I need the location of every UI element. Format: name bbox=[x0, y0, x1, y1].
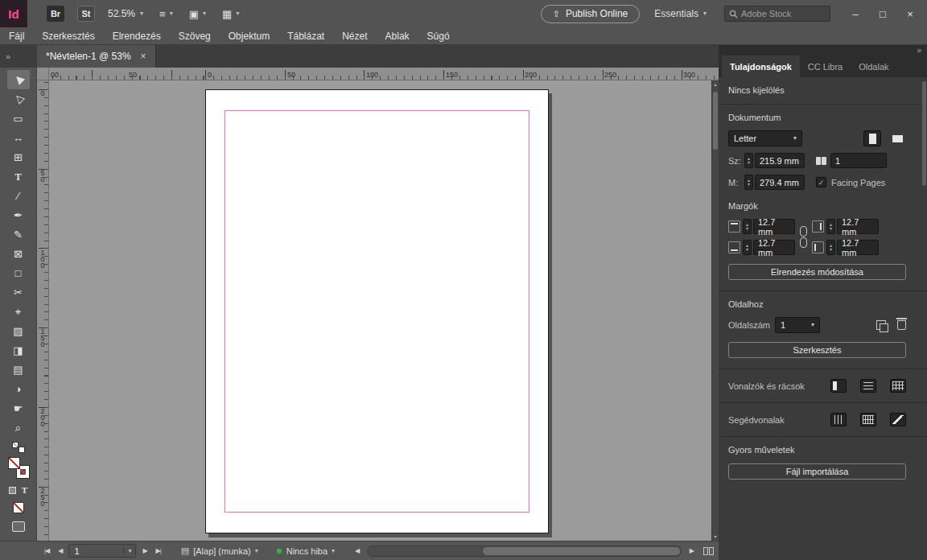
preflight-profile[interactable]: [Alap] (munka) bbox=[193, 546, 251, 556]
adobe-stock-search[interactable] bbox=[724, 6, 830, 22]
menu-table[interactable]: Táblázat bbox=[278, 27, 333, 44]
margin-inside-stepper[interactable]: ▴▾ bbox=[826, 219, 835, 234]
document-grid-icon[interactable] bbox=[890, 379, 906, 393]
minimize-button[interactable]: – bbox=[842, 4, 869, 23]
pasteboard[interactable] bbox=[49, 80, 711, 541]
toolbar-expand-icon[interactable]: » bbox=[6, 51, 10, 61]
panel-scrollbar[interactable] bbox=[922, 81, 926, 186]
formatting-affects-text-icon[interactable]: T bbox=[22, 485, 27, 495]
gap-tool[interactable]: ↔ bbox=[7, 128, 30, 147]
menu-type[interactable]: Szöveg bbox=[170, 27, 220, 44]
page-size-select[interactable]: Letter ▾ bbox=[728, 130, 802, 146]
bridge-button[interactable]: Br bbox=[47, 6, 64, 22]
free-transform-tool[interactable]: ⌖ bbox=[7, 302, 30, 321]
workspace-switcher[interactable]: Essentials ▾ bbox=[654, 8, 707, 19]
stepper-down-icon[interactable]: ▾ bbox=[830, 248, 832, 252]
last-page-button[interactable]: ▶| bbox=[154, 547, 163, 554]
page-number-dropdown[interactable]: 1 ▾ bbox=[68, 544, 136, 558]
margin-bottom-stepper[interactable]: ▴▾ bbox=[743, 240, 752, 255]
menu-file[interactable]: Fájl bbox=[0, 27, 33, 44]
vertical-ruler[interactable]: 0 5 0 1 0 0 1 5 0 2 0 0 2 5 0 bbox=[37, 80, 49, 541]
margin-outside-field[interactable]: 12.7 mm bbox=[837, 240, 879, 255]
tab-close-icon[interactable]: × bbox=[141, 51, 146, 62]
color-theme-tool[interactable]: ◑ bbox=[7, 379, 30, 398]
margin-top-stepper[interactable]: ▴▾ bbox=[743, 219, 752, 234]
apply-none-button[interactable] bbox=[13, 502, 24, 513]
first-page-button[interactable]: |◀ bbox=[42, 547, 52, 554]
ruler-origin-corner[interactable] bbox=[37, 68, 49, 80]
content-collector-tool[interactable]: ⊞ bbox=[7, 147, 30, 167]
landscape-orientation-button[interactable] bbox=[888, 130, 906, 146]
page-number-select[interactable]: 1 ▾ bbox=[775, 317, 820, 333]
stepper-down-icon[interactable]: ▾ bbox=[830, 227, 832, 231]
fill-swatch[interactable] bbox=[8, 457, 20, 469]
column-guides-icon[interactable] bbox=[860, 413, 876, 426]
stepper-down-icon[interactable]: ▾ bbox=[746, 227, 748, 231]
width-field[interactable]: 215.9 mm bbox=[755, 153, 805, 168]
stepper-down-icon[interactable]: ▾ bbox=[748, 183, 750, 187]
tab-pages[interactable]: Oldalak bbox=[851, 56, 896, 77]
horizontal-ruler[interactable]: 00 50 0 50 100 150 200 250 300 bbox=[49, 68, 719, 80]
rulers-icon[interactable] bbox=[830, 379, 847, 393]
zoom-tool[interactable]: ⌕ bbox=[7, 418, 30, 437]
portrait-orientation-button[interactable] bbox=[863, 130, 881, 146]
width-stepper[interactable]: ▴▾ bbox=[744, 153, 753, 168]
h-scroll-thumb[interactable] bbox=[483, 547, 680, 555]
view-options-dropdown[interactable]: ≡ ▾ bbox=[159, 9, 173, 19]
stepper-down-icon[interactable]: ▾ bbox=[746, 248, 748, 252]
margin-outside-stepper[interactable]: ▴▾ bbox=[826, 240, 835, 255]
menu-layout[interactable]: Elrendezés bbox=[104, 27, 170, 44]
menu-object[interactable]: Objektum bbox=[220, 27, 278, 44]
line-tool[interactable]: ∕ bbox=[7, 186, 30, 205]
pen-tool[interactable]: ✒ bbox=[7, 205, 30, 224]
hand-tool[interactable]: ☛ bbox=[7, 398, 30, 418]
note-tool[interactable]: ▤ bbox=[7, 360, 30, 379]
delete-page-icon[interactable] bbox=[897, 320, 906, 330]
pencil-tool[interactable]: ✎ bbox=[7, 224, 30, 244]
scroll-down-icon[interactable]: ▾ bbox=[712, 533, 719, 540]
maximize-button[interactable]: □ bbox=[869, 4, 896, 23]
margin-top-field[interactable]: 12.7 mm bbox=[753, 219, 795, 234]
zoom-level-dropdown[interactable]: 52.5% ▾ bbox=[108, 8, 143, 19]
tab-properties[interactable]: Tulajdonságok bbox=[722, 56, 800, 77]
type-tool[interactable]: T bbox=[7, 167, 30, 186]
v-scroll-thumb[interactable] bbox=[713, 92, 718, 150]
rectangle-tool[interactable]: □ bbox=[7, 263, 30, 282]
close-button[interactable]: × bbox=[896, 4, 924, 23]
scroll-up-icon[interactable]: ▴ bbox=[712, 81, 719, 88]
panel-expand-icon[interactable]: » bbox=[917, 46, 921, 55]
screen-mode-button[interactable] bbox=[12, 521, 25, 532]
margin-inside-field[interactable]: 12.7 mm bbox=[837, 219, 879, 234]
stock-button[interactable]: St bbox=[77, 6, 95, 22]
scissors-tool[interactable]: ✂ bbox=[7, 282, 30, 302]
scroll-right-button[interactable]: ▶ bbox=[687, 547, 696, 554]
link-margins-icon[interactable] bbox=[799, 226, 808, 248]
selection-tool[interactable]: ▶ bbox=[7, 70, 30, 89]
menu-edit[interactable]: Szerkesztés bbox=[33, 27, 103, 44]
pages-view-icon[interactable] bbox=[703, 547, 714, 555]
scroll-left-button[interactable]: ◀ bbox=[352, 547, 361, 554]
tab-cc-libraries[interactable]: CC Libra bbox=[800, 56, 851, 77]
smart-guides-icon[interactable] bbox=[890, 413, 906, 426]
horizontal-scrollbar[interactable] bbox=[367, 546, 682, 557]
stepper-down-icon[interactable]: ▾ bbox=[748, 161, 750, 165]
import-file-button[interactable]: Fájl importálása bbox=[728, 463, 906, 480]
document-page[interactable] bbox=[205, 89, 549, 533]
gradient-swatch-tool[interactable]: ▨ bbox=[7, 321, 30, 340]
document-tab[interactable]: *Névtelen-1 @ 53% × bbox=[37, 45, 156, 68]
formatting-affects-container-icon[interactable] bbox=[9, 487, 16, 494]
page-count-field[interactable]: 1 bbox=[830, 153, 887, 168]
vertical-scrollbar[interactable]: ▴ ▾ bbox=[711, 80, 719, 541]
publish-online-button[interactable]: ⇧ Publish Online bbox=[541, 5, 641, 23]
preflight-status-label[interactable]: Nincs hiba bbox=[286, 546, 328, 556]
menu-view[interactable]: Nézet bbox=[333, 27, 376, 44]
direct-selection-tool[interactable]: ▷ bbox=[7, 89, 30, 109]
duplicate-page-icon[interactable] bbox=[876, 320, 886, 330]
screen-mode-dropdown[interactable]: ▣ ▾ bbox=[189, 9, 206, 19]
menu-window[interactable]: Ablak bbox=[377, 27, 418, 44]
gradient-feather-tool[interactable]: ◨ bbox=[7, 340, 30, 360]
height-stepper[interactable]: ▴▾ bbox=[744, 175, 753, 190]
next-page-button[interactable]: ▶ bbox=[140, 547, 149, 554]
page-tool[interactable]: ▭ bbox=[7, 109, 30, 128]
fill-stroke-control[interactable] bbox=[8, 457, 29, 478]
